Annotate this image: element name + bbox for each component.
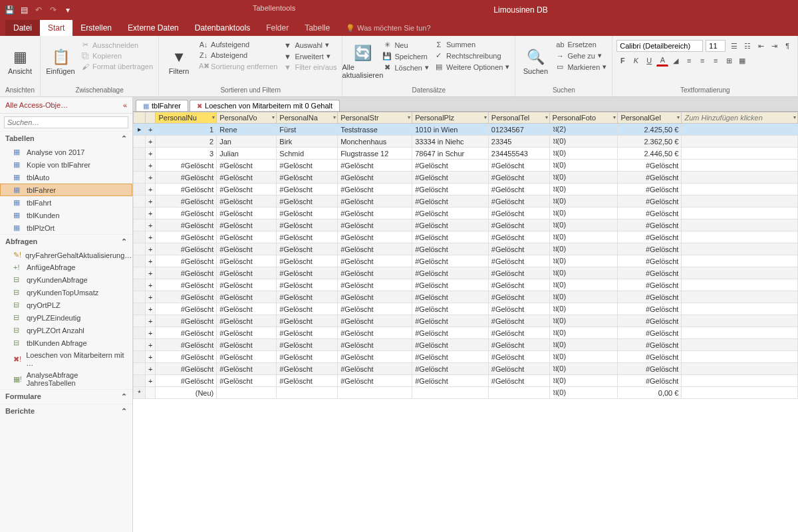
table-row[interactable]: +#Gelöscht#Gelöscht#Gelöscht#Gelöscht#Ge… (134, 231, 798, 243)
cell[interactable]: 01234567 (488, 124, 549, 136)
row-selector[interactable] (134, 255, 146, 267)
gridlines-icon[interactable]: ⊞ (723, 55, 735, 66)
tab-externe-daten[interactable]: Externe Daten (120, 20, 187, 36)
save-record-button[interactable]: 💾Speichern (381, 51, 430, 61)
delete-record-button[interactable]: ✖Löschen ▾ (381, 63, 430, 72)
tab-file[interactable]: Datei (5, 20, 40, 36)
cell[interactable]: 2.446,50 € (618, 148, 682, 160)
table-row[interactable]: +#Gelöscht#Gelöscht#Gelöscht#Gelöscht#Ge… (134, 363, 798, 375)
expand-icon[interactable]: + (146, 327, 156, 339)
table-row[interactable]: +#Gelöscht#Gelöscht#Gelöscht#Gelöscht#Ge… (134, 267, 798, 279)
row-selector[interactable] (134, 327, 146, 339)
expand-icon[interactable]: + (146, 124, 156, 136)
totals-button[interactable]: ΣSummen (433, 40, 511, 49)
font-color-button[interactable]: A (656, 55, 668, 66)
nav-group-formulare[interactable]: Formulare⌃ (0, 389, 132, 404)
filter-button[interactable]: ▼Filtern (163, 40, 195, 84)
fill-color-button[interactable]: ◢ (670, 55, 682, 66)
cell[interactable]: 2.425,50 € (618, 124, 682, 136)
table-row[interactable]: +#Gelöscht#Gelöscht#Gelöscht#Gelöscht#Ge… (134, 243, 798, 255)
cell[interactable]: 0,00 € (618, 387, 682, 399)
column-header[interactable]: PersonalGel▾ (618, 112, 682, 124)
row-selector[interactable] (134, 184, 146, 196)
select-button[interactable]: ▭Markieren ▾ (554, 62, 608, 72)
cell[interactable]: 78647 in Schur (412, 148, 489, 160)
column-header[interactable]: PersonalFoto▾ (549, 112, 618, 124)
font-size-select[interactable]: 11 (706, 40, 726, 52)
cell[interactable]: 1 (156, 124, 217, 136)
new-row[interactable]: *(Neu)𝔘(0)0,00 € (134, 387, 798, 399)
row-selector[interactable] (134, 231, 146, 243)
nav-item[interactable]: ▦tblFahrer (0, 184, 132, 196)
undo-icon[interactable]: ↶ (33, 5, 44, 15)
column-header[interactable]: PersonalNa▾ (277, 112, 338, 124)
cell[interactable]: Flugstrasse 12 (338, 148, 412, 160)
selection-filter-button[interactable]: ▼Auswahl ▾ (281, 40, 338, 50)
row-selector[interactable] (134, 291, 146, 303)
nav-item[interactable]: ▦tblFahrt (0, 196, 132, 209)
expand-icon[interactable]: + (146, 136, 156, 148)
select-all-corner[interactable] (134, 112, 146, 124)
ltr-icon[interactable]: ¶ (781, 40, 793, 52)
table-row[interactable]: +#Gelöscht#Gelöscht#Gelöscht#Gelöscht#Ge… (134, 327, 798, 339)
new-record-button[interactable]: ✳Neu (381, 40, 430, 50)
column-header[interactable]: PersonalStr▾ (338, 112, 412, 124)
align-left-icon[interactable]: ≡ (683, 55, 695, 66)
sort-desc-button[interactable]: Z↓Absteigend (198, 51, 279, 60)
bold-button[interactable]: F (616, 55, 628, 66)
row-selector[interactable]: * (134, 387, 146, 399)
row-selector[interactable] (134, 303, 146, 315)
table-row[interactable]: +#Gelöscht#Gelöscht#Gelöscht#Gelöscht#Ge… (134, 339, 798, 351)
table-row[interactable]: +#Gelöscht#Gelöscht#Gelöscht#Gelöscht#Ge… (134, 207, 798, 219)
table-row[interactable]: +#Gelöscht#Gelöscht#Gelöscht#Gelöscht#Ge… (134, 219, 798, 231)
toggle-filter-button[interactable]: ▼Filter ein/aus (281, 63, 338, 72)
nav-search-input[interactable] (4, 116, 128, 128)
column-header[interactable]: PersonalPlz▾ (412, 112, 489, 124)
table-row[interactable]: ▸+1ReneFürstTeststrasse1010 in Wien01234… (134, 124, 798, 136)
cell[interactable]: Schmid (277, 148, 338, 160)
doc-tab-delete-query[interactable]: ✖Loeschen von Mitarbeitern mit 0 Gehalt (190, 100, 340, 111)
underline-button[interactable]: U (643, 55, 655, 66)
cell[interactable]: 23345 (488, 136, 549, 148)
expand-icon[interactable]: + (146, 303, 156, 315)
sort-asc-button[interactable]: A↓Aufsteigend (198, 40, 279, 49)
font-family-select[interactable]: Calibri (Detailbereich) (616, 40, 703, 52)
add-column[interactable]: Zum Hinzufügen klicken▾ (682, 112, 798, 124)
row-selector[interactable] (134, 207, 146, 219)
sort-clear-button[interactable]: A✖Sortierung entfernen (198, 61, 279, 71)
save-icon[interactable]: 💾 (4, 5, 15, 15)
expand-icon[interactable]: + (146, 184, 156, 196)
find-button[interactable]: 🔍Suchen (519, 40, 551, 84)
qat-dropdown-icon[interactable]: ▾ (63, 5, 73, 15)
tab-erstellen[interactable]: Erstellen (72, 20, 120, 36)
doc-tab-tblfahrer[interactable]: ▦tblFahrer (136, 100, 188, 111)
nav-item[interactable]: ⊟qryOrtPLZ (0, 299, 132, 311)
tab-tabelle[interactable]: Tabelle (297, 20, 338, 36)
cell[interactable]: 2 (156, 136, 217, 148)
expand-icon[interactable]: + (146, 160, 156, 172)
expand-icon[interactable]: + (146, 231, 156, 243)
table-row[interactable]: +#Gelöscht#Gelöscht#Gelöscht#Gelöscht#Ge… (134, 303, 798, 315)
goto-button[interactable]: →Gehe zu ▾ (554, 51, 608, 61)
expand-icon[interactable]: + (146, 315, 156, 327)
column-dropdown-icon[interactable]: ▾ (333, 114, 336, 120)
tab-felder[interactable]: Felder (258, 20, 297, 36)
copy-button[interactable]: ⿻Kopieren (79, 51, 154, 61)
table-row[interactable]: +#Gelöscht#Gelöscht#Gelöscht#Gelöscht#Ge… (134, 375, 798, 387)
table-row[interactable]: +#Gelöscht#Gelöscht#Gelöscht#Gelöscht#Ge… (134, 184, 798, 196)
nav-item[interactable]: ⊟qryPLZOrt Anzahl (0, 324, 132, 336)
refresh-all-button[interactable]: 🔄Alle aktualisieren (346, 40, 378, 84)
bullets-icon[interactable]: ☰ (728, 40, 740, 52)
expand-icon[interactable]: + (146, 148, 156, 160)
cell[interactable]: 𝔘(2) (549, 124, 618, 136)
spelling-button[interactable]: ✓Rechtschreibung (433, 51, 511, 61)
row-selector[interactable] (134, 363, 146, 375)
expand-icon[interactable]: + (146, 196, 156, 207)
nav-item[interactable]: ✖!Loeschen von Mitarbeitern mit … (0, 349, 132, 369)
row-selector[interactable]: ▸ (134, 124, 146, 136)
paste-button[interactable]: 📋Einfügen (45, 40, 76, 84)
table-row[interactable]: +#Gelöscht#Gelöscht#Gelöscht#Gelöscht#Ge… (134, 291, 798, 303)
expand-icon[interactable]: + (146, 172, 156, 184)
table-row[interactable]: +#Gelöscht#Gelöscht#Gelöscht#Gelöscht#Ge… (134, 255, 798, 267)
expand-icon[interactable]: + (146, 207, 156, 219)
